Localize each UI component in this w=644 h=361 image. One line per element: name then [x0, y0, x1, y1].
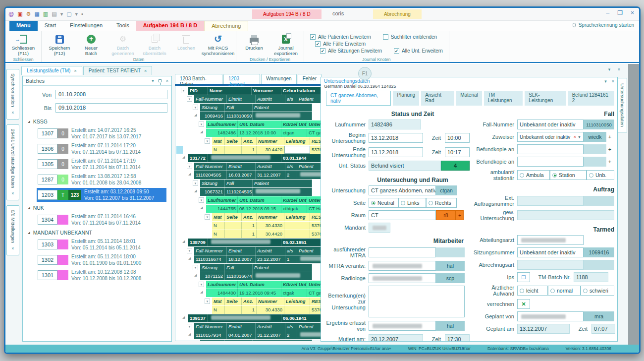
table-row[interactable]: N130.433053768: [175, 222, 321, 230]
checked-checkbox-icon[interactable]: [394, 48, 399, 54]
journal-tab-fehler[interactable]: Fehler: [298, 74, 322, 84]
expander-icon[interactable]: ◢: [188, 256, 191, 260]
filter-icon[interactable]: ▼: [193, 180, 198, 186]
tm-batch-nr-field[interactable]: 1188: [574, 272, 608, 282]
ambulant-stationaer-option-ambula[interactable]: Ambula: [517, 170, 550, 180]
table-row[interactable]: ▼MatSeiteAnz.NummerLeistungRESPONSIE: [175, 298, 321, 305]
close-icon[interactable]: ×: [10, 191, 15, 196]
checkbox-alle-sitzungen-erweitern[interactable]: Alle Sitzungen Erweitern: [320, 48, 382, 54]
ende-zeit-field[interactable]: 10:17: [445, 147, 470, 157]
ribbon-button-schliessen-f11[interactable]: Schliessen(F11): [7, 32, 39, 56]
befundkopie-an-field-2[interactable]: [517, 157, 584, 167]
checkbox-alle-f-lle-erweitern[interactable]: Alle Fälle Erweitern: [315, 41, 366, 47]
raum-add-button[interactable]: +: [456, 210, 464, 220]
print-icon[interactable]: ▤: [52, 10, 56, 18]
befundkopie-an-field-1[interactable]: [517, 144, 584, 154]
ribbon-button-neuer-batch[interactable]: +NeuerBatch: [75, 32, 107, 56]
checkbox-alle-patienten-erweitern[interactable]: Alle Patienten Erweitern: [310, 34, 371, 40]
mtra-verantw-field[interactable]: [369, 261, 436, 271]
seite-option-links[interactable]: Links: [398, 198, 426, 208]
batch-item-1307[interactable]: 13070Erstellt am: 14.07.2017 16:25Von: 0…: [37, 126, 171, 140]
side-tab-0-0-mitteilungen[interactable]: 0/0 Mitteilungen×: [6, 205, 19, 255]
expander-icon[interactable]: ◢: [194, 189, 197, 193]
geplant-am-field[interactable]: 13.12.2007: [517, 324, 570, 334]
untersuchung-tab-slk-leistungen[interactable]: SLK-Leistungen: [525, 91, 566, 106]
table-row[interactable]: N130.442053768: [175, 146, 321, 154]
untersuchung-tab-ct-ganzes-abdomen-nativ[interactable]: CT ganzes Abdomen, nativ: [326, 91, 391, 106]
fall-nummer-field[interactable]: Unbekannt oder inaktiv: [517, 120, 584, 129]
ext-auftragsnummer-field[interactable]: [517, 196, 584, 206]
aufwand-option-schwieri[interactable]: schwieri: [581, 286, 614, 296]
journal-tab-warnungen[interactable]: Warnungen: [261, 74, 296, 84]
dd-icon[interactable]: ▾: [75, 10, 78, 18]
mandant-field[interactable]: [369, 223, 390, 233]
table-row[interactable]: ◢10694161110310050: [175, 112, 321, 120]
ribbon-button-drucken[interactable]: Drucken: [238, 32, 270, 51]
table-row[interactable]: ◢10711521110316674: [175, 272, 321, 280]
table-row[interactable]: ▼Fall-NummerEintrittAustritta/sPatient: [175, 95, 321, 103]
batch-item-1203[interactable]: 1203T123Erstellt am: 03.12.2008 09:50Von…: [37, 188, 166, 202]
checkbox-suchfilter-einblenden[interactable]: Suchfilter einblenden: [383, 34, 437, 40]
abteilungsarzt-field[interactable]: [517, 235, 584, 245]
ergebnis-erfasst-von-field[interactable]: [369, 321, 436, 331]
abrechnungsart-field[interactable]: [517, 260, 584, 270]
table-row[interactable]: ◢13913706.06.1941M: [175, 314, 321, 322]
ribbon-button-mit-pacs-synchronisieren[interactable]: ↺Mit PACSsynchronisieren: [202, 32, 234, 56]
filter-icon[interactable]: ▼: [187, 164, 192, 169]
app-icon[interactable]: @: [8, 10, 14, 18]
ende-date-field[interactable]: 13.12.2018: [369, 147, 423, 157]
table-row[interactable]: ◢10673211110204505: [175, 188, 321, 196]
batch-item-1305[interactable]: 13050Erstellt am: 07.11.2014 17:19Von: 0…: [37, 157, 171, 171]
von-input[interactable]: 01.10.2008: [55, 90, 167, 99]
expander-icon[interactable]: ◢: [194, 113, 197, 117]
seite-option-rechts[interactable]: Rechts: [426, 198, 457, 208]
ausfuehrender-mtra-field[interactable]: [369, 247, 436, 257]
expander-icon[interactable]: ◢: [182, 315, 185, 319]
table-row[interactable]: ▼SitzungFallPatient: [175, 104, 321, 112]
menu-tab-start[interactable]: Start: [38, 21, 63, 31]
document-tab-patient-test-patient[interactable]: Patient: TEST PATIENT×: [83, 66, 153, 75]
ribbon-button-journal-exportieren[interactable]: XJournalexportieren: [270, 32, 302, 56]
batch-item-1287[interactable]: 12870Erstellt am: 13.08.2017 12:58Von: 0…: [37, 173, 171, 186]
batch-item-1303[interactable]: 1303Erstellt am: 05.11.2014 18:01Von: 05…: [37, 238, 171, 251]
pin-icon[interactable]: [159, 79, 161, 82]
beginn-zeit-field[interactable]: 10:00: [445, 133, 470, 143]
checked-checkbox-icon[interactable]: [310, 34, 316, 40]
side-tab-synchronisation[interactable]: Synchronisation×: [6, 69, 19, 120]
expander-icon[interactable]: ◢: [200, 130, 203, 134]
table-row[interactable]: ▼LaufnummerUnt. DatumKürzel UntUnter: [175, 281, 321, 289]
mutiert-zeit-field[interactable]: 17:30: [445, 334, 470, 342]
table-row[interactable]: ▼SitzungFallPatient: [175, 180, 321, 187]
close-icon[interactable]: ×: [10, 110, 15, 115]
expander-icon[interactable]: ◢: [182, 240, 185, 243]
pin-icon[interactable]: ▪: [81, 10, 83, 18]
filter-icon[interactable]: ▼: [205, 214, 210, 220]
filter-icon[interactable]: ▼: [187, 324, 192, 329]
filter-icon[interactable]: ▼: [187, 248, 192, 253]
batch-group-header[interactable]: NUK: [23, 205, 171, 211]
expander-icon[interactable]: ◢: [188, 172, 191, 176]
unchecked-checkbox-icon[interactable]: [383, 34, 388, 40]
table-row[interactable]: ▼PIDNameVornameGeburtsdatumGeschl: [175, 87, 321, 95]
filter-icon[interactable]: ▼: [199, 282, 204, 287]
table-row[interactable]: ◢111015793404.01.200731.12.20072: [175, 331, 321, 339]
befundkopie-add-button-2[interactable]: +: [606, 157, 613, 167]
side-tab-26461-unvollst-ndige-daten[interactable]: 26461 Unvollständige Daten×: [6, 124, 19, 200]
dd-icon[interactable]: ▾: [60, 10, 63, 18]
journal-tab-1203-journal[interactable]: 1203 Journal: [223, 74, 260, 84]
menu-tab-aufgaben-194-b-8-d[interactable]: Aufgaben 194 B / 8 D: [136, 21, 204, 31]
close-icon[interactable]: ×: [612, 79, 614, 84]
table-row[interactable]: ▼MatSeiteAnz.NummerLeistungRESPONSIE: [175, 137, 321, 145]
filter-icon[interactable]: ▼: [181, 88, 186, 93]
untersuchung-tab-tm-leistungen[interactable]: TM Leistungen: [484, 91, 523, 106]
filter-icon[interactable]: ▼: [187, 96, 192, 102]
expander-icon[interactable]: ◢: [188, 332, 191, 336]
menu-tab-abrechnung[interactable]: Abrechnung: [204, 21, 248, 31]
batch-item-1301[interactable]: 1301Erstellt am: 10.12.2008 12:08Von: 10…: [37, 268, 171, 282]
sitzungsnummer-field[interactable]: Unbekannt oder inaktiv: [517, 247, 584, 257]
filter-icon[interactable]: ▼: [205, 138, 210, 144]
close-icon[interactable]: ×: [166, 78, 168, 83]
table-row[interactable]: ▼MatSeiteAnz.NummerLeistungRESPONSIE: [175, 213, 321, 221]
undo-icon[interactable]: ▣: [17, 10, 22, 18]
befundkopie-add-button-1[interactable]: +: [606, 144, 613, 154]
